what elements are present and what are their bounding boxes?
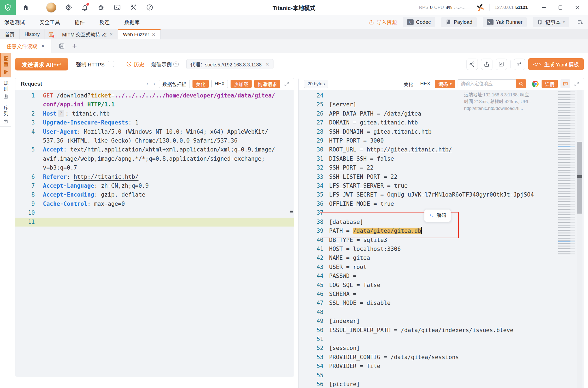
close-button[interactable] [571,2,583,13]
detail-button[interactable]: 详情 [542,80,558,88]
encode-dropdown[interactable]: 编码 ▾ [435,80,455,88]
proxy-tag[interactable]: 代理：socks5://192.168.8.3:1188 ✕ [186,59,273,69]
code-line: 53PROVIDER_CONFIG = /data/gitea/sessions [299,353,584,362]
comment-icon[interactable] [560,79,570,88]
toolbar-divider [120,61,120,68]
code-line: 40DB_TYPE = sqlite3 [299,236,584,245]
line-number: 38 [299,218,323,227]
app-logo [0,0,16,15]
request-editor[interactable]: 1GET /download?ticket=../../../../../hom… [15,90,294,377]
titlebar-separator [489,4,490,11]
response-meta-info: 远端地址:192.168.8.3:1188; 响应 时间:218ms; 总耗时:… [464,92,552,112]
line-number: 42 [299,254,323,262]
yak-runner-button[interactable]: >_ Yak Runner [483,17,527,27]
code-line: 27DOMAIN = gitea.titanic.htb [299,118,584,127]
close-icon[interactable]: ✕ [109,32,113,37]
line-number: 26 [299,109,323,118]
response-search [458,79,526,88]
edit-insert-button[interactable] [496,59,507,70]
fuzzer-toolbar: 发送请求 Alt+↵ 强制 HTTPS 历史 爆破示例 ? 代理：socks5:… [15,58,584,70]
code-line: 43USER = root [299,263,584,272]
subtab-file-read[interactable]: 任意文件读取 ✕ [0,39,51,53]
bug-icon[interactable] [97,4,105,12]
decode-tooltip-button[interactable]: 解码 [424,210,451,222]
tab-grid-icon[interactable] [45,29,57,39]
tab-web-fuzzer[interactable]: Web Fuzzer ✕ [118,29,160,39]
line-number: 36 [299,200,323,208]
force-https-checkbox[interactable] [108,61,114,67]
home-icon[interactable] [22,4,30,12]
minimap[interactable] [558,91,575,256]
code-line: 4User-Agent: Mozilla/5.0 (Windows NT 10.… [15,127,294,146]
generate-yaml-button[interactable]: </> 生成 Yaml 模板 [528,58,584,70]
line-number: 44 [299,272,323,281]
line-number: 55 [299,371,323,380]
chevron-left-icon[interactable]: ‹ [145,80,149,87]
menu-pentest[interactable]: 渗透测试 [4,18,25,26]
search-icon[interactable] [516,79,526,88]
settings-gear-icon[interactable] [65,4,73,12]
response-beautify-toggle[interactable]: 美化 [401,80,415,87]
packet-scan-button[interactable]: 数据包扫描 [159,80,190,88]
save-icon[interactable] [58,43,65,49]
menu-bar: 渗透测试 安全工具 插件 反连 数据库 导入资源 C Codec Payload… [0,15,588,29]
side-tab-sequence[interactable]: 序列 [0,102,11,127]
clipboard-icon [3,94,8,99]
vertical-scrollbar[interactable] [577,90,582,388]
tab-mitm[interactable]: MITM 交互式劫持 v2 ✕ [57,29,118,39]
yak-pinwheel-icon [476,3,485,12]
notification-bell-icon[interactable] [81,4,89,12]
response-hex-toggle[interactable]: HEX [418,81,432,87]
shield-check-icon [4,4,12,12]
code-icon: </> [533,62,542,67]
response-editor[interactable]: 2425[server]26APP_DATA_PATH = /data/gite… [299,90,584,388]
minimize-button[interactable] [538,2,550,13]
terminal-icon[interactable] [113,4,121,12]
history-button[interactable]: 历史 [126,60,144,68]
hotload-button[interactable]: 热加载 [231,80,252,88]
menu-security-tools[interactable]: 安全工具 [39,18,60,26]
tools-icon[interactable] [129,4,137,12]
request-panel: Request ‹ › 数据包扫描 美化 HEX 热加载 构造请求 1GET /… [15,78,294,377]
code-line: 48 [299,308,584,317]
sort-order-icon[interactable] [575,19,584,26]
line-number: 47 [299,299,323,308]
menu-database[interactable]: 数据库 [124,18,140,26]
tab-history[interactable]: History [20,29,45,39]
expand-icon[interactable] [283,81,290,87]
beautify-button[interactable]: 美化 [192,80,209,88]
close-icon[interactable]: ✕ [152,32,155,37]
scrollbar-thumb[interactable] [577,142,582,214]
line-number: 31 [299,154,323,163]
construct-request-button[interactable]: 构造请求 [254,80,280,88]
user-avatar[interactable] [46,2,56,13]
code-line: 34LFS_START_SERVER = true [299,181,584,190]
payload-button[interactable]: Payload [441,17,477,27]
swap-button[interactable] [514,59,525,70]
line-number: 41 [299,245,323,254]
menu-plugins[interactable]: 插件 [75,18,85,26]
maximize-button[interactable] [555,2,566,13]
side-tab-config[interactable]: 配置 [0,53,11,77]
tab-home[interactable]: 首页 [0,29,20,39]
codec-button[interactable]: C Codec [403,17,435,27]
menu-reverse-conn[interactable]: 反连 [99,18,110,26]
export-button[interactable] [481,59,492,70]
share-button[interactable] [467,59,478,70]
payload-book-icon [445,19,451,25]
add-tab-icon[interactable]: + [72,42,77,50]
response-search-input[interactable] [458,79,516,88]
expand-icon[interactable] [573,81,580,87]
hex-button[interactable]: HEX [211,80,228,88]
chevron-right-icon[interactable]: › [152,80,156,87]
chrome-icon[interactable] [532,80,539,87]
chevron-down-icon: ▾ [563,20,565,24]
send-request-button[interactable]: 发送请求 Alt+↵ [15,58,68,70]
blast-example-link[interactable]: 爆破示例 ? [151,60,179,68]
side-tab-rules[interactable]: 规则 [0,77,11,102]
remove-proxy-icon[interactable]: ✕ [265,61,269,67]
import-resources-button[interactable]: 导入资源 [368,18,397,26]
help-icon[interactable] [146,4,154,12]
close-icon[interactable]: ✕ [41,43,45,49]
notepad-button[interactable]: 记事本 ▾ [533,17,569,27]
